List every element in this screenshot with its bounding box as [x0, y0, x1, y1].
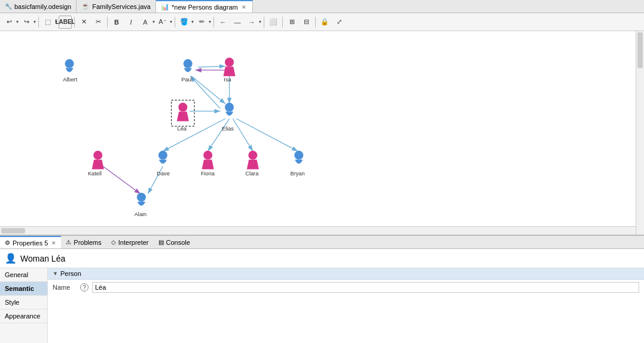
font-size-arrow-icon[interactable]: ▾ [152, 19, 155, 25]
node-albert[interactable]: Albert [63, 59, 77, 83]
panel-tab-properties-close[interactable]: ✕ [51, 240, 56, 246]
panel-tab-problems-label: Problems [74, 239, 101, 246]
separator-1 [38, 17, 39, 28]
toolbar-redo-dropdown[interactable]: ↪ ▾ [20, 16, 36, 29]
svg-text:Katell: Katell [88, 171, 102, 177]
svg-line-7 [190, 76, 220, 108]
toolbar-undo-dropdown[interactable]: ↩ ▾ [2, 16, 19, 29]
node-fiona[interactable]: Fiona [201, 151, 215, 177]
scrollbar-vertical[interactable] [636, 31, 644, 235]
prop-nav-semantic[interactable]: Semantic [0, 282, 47, 296]
line-color-button[interactable]: ✏ [195, 16, 208, 29]
italic-button[interactable]: I [124, 16, 138, 29]
tab-odesign[interactable]: 🔧 basicfamily.odesign [0, 0, 77, 13]
prop-nav-general[interactable]: General [0, 268, 47, 282]
prop-nav-appearance[interactable]: Appearance [0, 309, 47, 323]
fill-color-dropdown[interactable]: 🪣 ▾ [178, 16, 194, 29]
prop-nav-style[interactable]: Style [0, 296, 47, 309]
svg-line-10 [233, 119, 252, 151]
tab-diagram[interactable]: 📊 *new Persons diagram ✕ [156, 0, 253, 13]
prop-row-name: Name ? [48, 280, 644, 295]
svg-text:Alain: Alain [135, 211, 146, 217]
delete-button[interactable]: ✕ [77, 16, 90, 29]
diagram-svg: Albert Paul Isa Léa [0, 31, 636, 226]
svg-text:Fiona: Fiona [201, 171, 215, 177]
node-clara[interactable]: Clara [245, 151, 259, 177]
separator-4 [175, 17, 175, 28]
redo-arrow-icon[interactable]: ▾ [33, 19, 36, 25]
lock-button[interactable]: 🔒 [318, 16, 331, 29]
remove-row-button[interactable]: ⊟ [300, 16, 313, 29]
panel-tab-properties-label: Properties 5 [13, 239, 48, 247]
panel-tab-interpreter[interactable]: ◇ Interpreter [106, 236, 154, 248]
panel-tab-properties[interactable]: ⚙ Properties 5 ✕ [0, 236, 61, 248]
node-bryan[interactable]: Bryan [291, 151, 305, 177]
add-row-button[interactable]: ⊞ [285, 16, 298, 29]
svg-point-21 [178, 103, 187, 112]
node-paul[interactable]: Paul [181, 59, 192, 83]
node-alain[interactable]: Alain [135, 193, 146, 217]
svg-point-27 [158, 151, 167, 160]
tab-odesign-label: basicfamily.odesign [14, 3, 71, 10]
arrow-right-button[interactable]: → [245, 16, 258, 29]
node-lea[interactable]: Léa [172, 100, 194, 131]
text-format-dropdown[interactable]: A⁻ ▾ [156, 16, 172, 29]
node-katell[interactable]: Katell [88, 151, 104, 177]
text-format-arrow-icon[interactable]: ▾ [170, 19, 172, 25]
prop-section-header[interactable]: ▼ Person [48, 268, 644, 280]
prop-section-label: Person [60, 270, 81, 277]
prop-right-content: ▼ Person Name ? [48, 268, 644, 343]
bold-button[interactable]: B [110, 16, 123, 29]
separator-6 [264, 17, 264, 28]
svg-line-9 [208, 119, 230, 151]
panel-tab-console[interactable]: ▤ Console [154, 236, 195, 248]
line-color-dropdown[interactable]: ✏ ▾ [195, 16, 211, 29]
prop-input-name[interactable] [92, 282, 639, 293]
panel-tab-interpreter-label: Interpreter [118, 239, 149, 246]
node-isa[interactable]: Isa [224, 57, 236, 82]
line-button[interactable]: — [231, 16, 244, 29]
entity-icon: 👤 [5, 253, 17, 264]
undo-arrow-icon[interactable]: ▾ [16, 19, 19, 25]
separator-5 [213, 17, 214, 28]
separator-7 [282, 17, 283, 28]
text-format-button[interactable]: A⁻ [156, 16, 169, 29]
font-size-dropdown[interactable]: A ▾ [139, 16, 155, 29]
section-chevron-icon: ▼ [53, 271, 58, 277]
fill-arrow-icon[interactable]: ▾ [191, 19, 194, 25]
node-dave[interactable]: Dave [157, 151, 169, 177]
cut-button[interactable]: ✂ [91, 16, 105, 29]
arrow-right-dropdown[interactable]: → ▾ [245, 16, 261, 29]
undo-button[interactable]: ↩ [2, 16, 16, 29]
svg-text:Albert: Albert [63, 77, 77, 83]
svg-point-18 [225, 57, 234, 66]
tab-diagram-close-icon[interactable]: ✕ [240, 4, 248, 10]
arrow-right-arrow-icon[interactable]: ▾ [259, 19, 261, 25]
select-button[interactable]: ⬚ [41, 16, 54, 29]
prop-nav-semantic-label: Semantic [5, 285, 34, 292]
redo-button[interactable]: ↪ [20, 16, 33, 29]
diagram-canvas[interactable]: Albert Paul Isa Léa [0, 31, 644, 235]
svg-point-14 [65, 59, 74, 68]
node-elias[interactable]: Elias [222, 103, 234, 132]
properties-icon: ⚙ [5, 239, 10, 246]
toolbar: ↩ ▾ ↪ ▾ ⬚ ▾ LABEL ✕ ✂ B I A ▾ A⁻ ▾ 🪣 ▾ ✏… [0, 13, 644, 31]
prop-header: 👤 Woman Léa [0, 249, 644, 268]
resize-button[interactable]: ⤢ [332, 16, 346, 29]
font-size-button[interactable]: A [139, 16, 152, 29]
prop-nav-general-label: General [5, 271, 28, 278]
scrollbar-horizontal[interactable] [0, 226, 636, 235]
svg-line-12 [103, 166, 141, 194]
tab-java[interactable]: ☕ FamilyServices.java [77, 0, 156, 13]
fill-color-button[interactable]: 🪣 [178, 16, 191, 29]
scrollbar-thumb-horizontal[interactable] [1, 228, 25, 233]
label-button[interactable]: LABEL [59, 16, 72, 29]
scrollbar-thumb-vertical[interactable] [637, 32, 643, 68]
line-arrow-icon[interactable]: ▾ [209, 19, 211, 25]
prop-help-name[interactable]: ? [80, 283, 88, 292]
interpreter-icon: ◇ [111, 239, 116, 245]
svg-text:Isa: Isa [224, 77, 231, 83]
panel-tab-problems[interactable]: ⚠ Problems [61, 236, 106, 248]
shape-button[interactable]: ⬜ [267, 16, 280, 29]
arrow-left-button[interactable]: ← [216, 16, 230, 29]
